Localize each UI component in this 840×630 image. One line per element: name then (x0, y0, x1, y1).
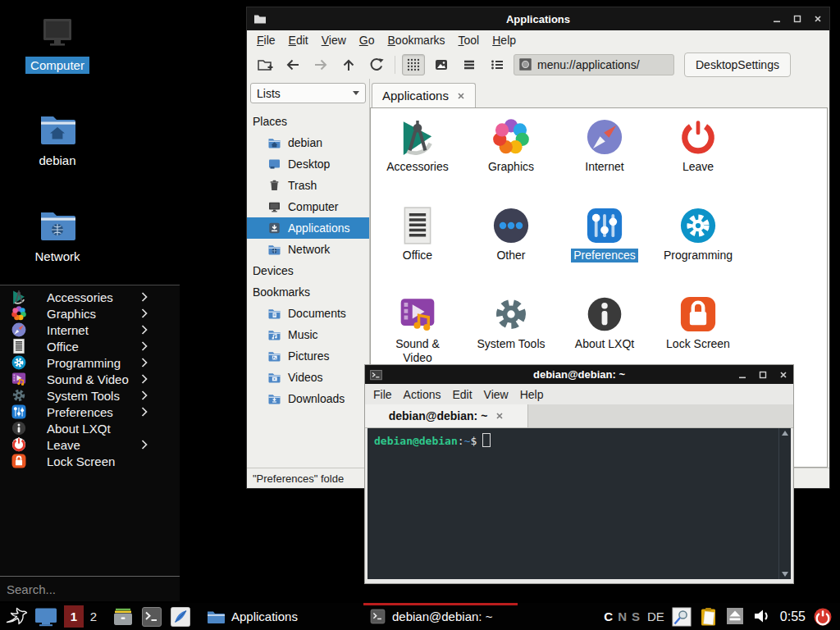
term-titlebar[interactable]: debian@debian: ~ (365, 365, 793, 384)
sidebar-view-mode-combo[interactable]: Lists (250, 83, 366, 103)
term-menu-edit[interactable]: Edit (452, 386, 483, 403)
tab-applications[interactable]: Applications (372, 83, 476, 107)
pager-desktop-2[interactable]: 2 (84, 605, 103, 628)
term-close-button[interactable] (778, 370, 788, 380)
menu-search-input[interactable] (0, 582, 164, 597)
app-category-accessories[interactable]: Accessories (371, 116, 464, 199)
show-desktop-button[interactable] (34, 605, 58, 628)
main-menu-button[interactable] (4, 605, 29, 628)
menu-item-label: Internet (47, 323, 89, 337)
term-menu-help[interactable]: Help (520, 386, 555, 403)
tray-screenshot-button[interactable] (672, 607, 692, 627)
office-icon (11, 338, 27, 354)
fm-titlebar[interactable]: Applications (247, 7, 829, 30)
menu-item-system-tools[interactable]: System Tools (0, 387, 180, 404)
desktop-settings-button[interactable]: DesktopSettings (684, 52, 791, 77)
power-button[interactable] (813, 607, 833, 627)
fm-menu-help[interactable]: Help (486, 32, 523, 48)
kbd-led-c[interactable]: C (604, 609, 613, 623)
fm-minimize-button[interactable] (772, 14, 782, 24)
compact-view-button[interactable] (458, 54, 481, 75)
app-category-sound-video[interactable]: Sound & Video (371, 294, 464, 376)
up-button[interactable] (337, 54, 360, 75)
sidebar-item-downloads[interactable]: Downloads (247, 388, 369, 409)
menu-item-preferences[interactable]: Preferences (0, 404, 180, 420)
menu-item-lock-screen[interactable]: Lock Screen (0, 453, 180, 469)
keyboard-layout[interactable]: DE (647, 609, 664, 623)
desktop-icon-network[interactable]: Network (20, 209, 95, 265)
term-menu-actions[interactable]: Actions (404, 386, 453, 403)
close-icon[interactable] (457, 92, 465, 100)
menu-item-accessories[interactable]: Accessories (0, 289, 180, 305)
sidebar-item-videos[interactable]: Videos (247, 367, 369, 388)
new-tab-button[interactable] (253, 54, 276, 75)
app-category-programming[interactable]: Programming (651, 205, 745, 287)
menu-item-programming[interactable]: Programming (0, 354, 180, 371)
sidebar-item-computer[interactable]: Computer (247, 196, 369, 217)
back-button[interactable] (281, 54, 304, 75)
scroll-down-icon[interactable] (782, 572, 788, 577)
term-menu-view[interactable]: View (484, 386, 520, 403)
reload-button[interactable] (365, 54, 388, 75)
sidebar-item-desktop[interactable]: Desktop (247, 153, 369, 175)
detailed-list-view-button[interactable] (486, 54, 509, 75)
menu-item-internet[interactable]: Internet (0, 322, 180, 338)
app-category-label: Leave (680, 160, 716, 174)
tray-volume-button[interactable] (753, 607, 773, 627)
app-category-leave[interactable]: Leave (651, 116, 745, 199)
menu-item-office[interactable]: Office (0, 338, 180, 354)
fm-menu-go[interactable]: Go (353, 32, 381, 48)
sidebar-item-pictures[interactable]: Pictures (247, 345, 369, 367)
app-category-other[interactable]: Other (464, 205, 558, 287)
terminal-scrollbar[interactable] (778, 428, 791, 579)
app-category-lock-screen[interactable]: Lock Screen (651, 294, 745, 376)
fm-menu-bookmarks[interactable]: Bookmarks (381, 32, 452, 48)
task-button-applications[interactable]: Applications (200, 603, 354, 630)
pager-desktop-1[interactable]: 1 (64, 605, 84, 628)
terminal-tab[interactable]: debian@debian: ~ (365, 404, 528, 427)
desktop-icon-debian[interactable]: debian (20, 113, 95, 169)
menu-item-about-lxqt[interactable]: About LXQt (0, 420, 180, 436)
desktop-icon-computer[interactable]: Computer (20, 18, 95, 74)
app-category-graphics[interactable]: Graphics (464, 116, 558, 199)
menu-item-leave[interactable]: Leave (0, 436, 180, 453)
app-category-about-lxqt[interactable]: About LXQt (558, 294, 651, 376)
term-minimize-button[interactable] (737, 370, 747, 380)
app-category-internet[interactable]: Internet (558, 116, 651, 199)
sidebar-item-trash[interactable]: Trash (247, 175, 369, 196)
terminal-screen[interactable]: debian@debian:~$ (368, 428, 778, 579)
app-category-preferences[interactable]: Preferences (558, 205, 651, 287)
scroll-up-icon[interactable] (782, 431, 788, 436)
app-category-office[interactable]: Office (371, 205, 464, 287)
forward-button[interactable] (309, 54, 332, 75)
fm-menu-edit[interactable]: Edit (282, 32, 315, 48)
fm-menu-tool[interactable]: Tool (452, 32, 486, 48)
kbd-led-n[interactable]: N (618, 609, 627, 623)
close-icon[interactable] (495, 412, 504, 420)
clock[interactable]: 0:55 (780, 609, 806, 624)
term-maximize-button[interactable] (758, 370, 768, 380)
icon-view-button[interactable] (402, 54, 425, 75)
fm-menu-file[interactable]: File (250, 32, 282, 48)
fm-menu-view[interactable]: View (315, 32, 353, 48)
sidebar-item-network[interactable]: Network (247, 239, 369, 260)
fm-maximize-button[interactable] (792, 14, 802, 24)
sidebar-item-debian[interactable]: debian (247, 132, 369, 153)
fm-close-button[interactable] (813, 14, 823, 24)
launcher-file-manager-button[interactable] (112, 606, 134, 628)
sidebar-item-applications[interactable]: Applications (247, 217, 369, 239)
app-category-system-tools[interactable]: System Tools (464, 294, 558, 376)
thumbnail-view-button[interactable] (430, 54, 453, 75)
term-menu-file[interactable]: File (373, 386, 404, 403)
sidebar-item-music[interactable]: Music (247, 324, 369, 345)
launcher-featherpad-button[interactable] (170, 606, 191, 628)
sidebar-item-documents[interactable]: Documents (247, 303, 369, 324)
menu-item-sound-video[interactable]: Sound & Video (0, 371, 180, 387)
tray-clipboard-button[interactable] (699, 607, 719, 627)
address-bar[interactable]: menu://applications/ (514, 54, 674, 75)
menu-item-graphics[interactable]: Graphics (0, 305, 180, 322)
kbd-led-s[interactable]: S (632, 609, 640, 623)
task-button-debian-debian[interactable]: debian@debian: ~ (363, 603, 518, 630)
tray-eject-button[interactable] (726, 607, 746, 627)
launcher-terminal-button[interactable] (141, 606, 162, 628)
